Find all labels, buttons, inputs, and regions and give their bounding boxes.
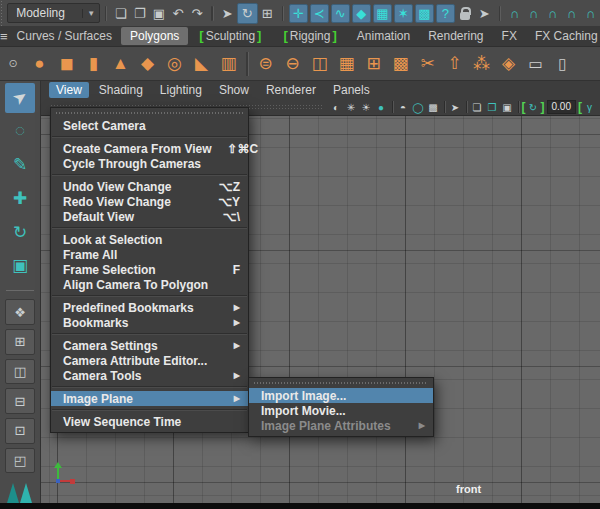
- mask-deformations-icon[interactable]: ▦: [373, 4, 392, 23]
- wireframe-on-shaded-icon[interactable]: ◯: [411, 100, 426, 114]
- snap-to-projected-center-icon[interactable]: ∩: [562, 4, 581, 23]
- highlight-selection-icon[interactable]: ➤: [475, 4, 494, 23]
- lock-selection-icon[interactable]: [456, 4, 475, 23]
- menu-item-select-camera[interactable]: Select Camera: [51, 118, 248, 133]
- mirror-geometry-icon[interactable]: ◫: [306, 50, 333, 77]
- persp-graph-layout-button[interactable]: ⊟: [5, 388, 35, 414]
- menu-item-undo-view-change[interactable]: Undo View Change ⌥Z: [51, 179, 248, 194]
- lighting-icon[interactable]: ☀: [359, 100, 374, 114]
- tab-rendering[interactable]: Rendering: [419, 26, 492, 46]
- menu-item-image-plane[interactable]: Image Plane ▶: [51, 391, 248, 406]
- panel-menu-panels[interactable]: Panels: [326, 82, 377, 98]
- redo-icon[interactable]: ↷: [187, 4, 206, 23]
- panel-menu-renderer[interactable]: Renderer: [259, 82, 323, 98]
- menu-item-view-sequence-time[interactable]: View Sequence Time: [51, 414, 248, 429]
- new-scene-icon[interactable]: ❏: [111, 4, 130, 23]
- panel-menu-lighting[interactable]: Lighting: [153, 82, 209, 98]
- mask-curves-icon[interactable]: ∿: [331, 4, 350, 23]
- menu-tearoff-handle[interactable]: [56, 112, 243, 114]
- textured-icon[interactable]: ✳: [344, 100, 359, 114]
- tab-curves-surfaces[interactable]: Curves / Surfaces: [8, 26, 121, 46]
- menu-tearoff-handle[interactable]: [254, 382, 428, 384]
- tab-polygons[interactable]: Polygons: [121, 27, 188, 45]
- scale-tool-icon[interactable]: ▣: [5, 251, 35, 281]
- smooth-mesh-icon[interactable]: ⊜: [252, 50, 279, 77]
- poly-pyramid-icon[interactable]: ◣: [188, 50, 215, 77]
- panel-menu-show[interactable]: Show: [212, 82, 256, 98]
- extrude-icon[interactable]: ⇧: [441, 50, 468, 77]
- default-material-icon[interactable]: ◓: [396, 100, 411, 114]
- exposure-toggle-icon[interactable]: ↻: [526, 100, 541, 114]
- menu-item-look-at-selection[interactable]: Look at Selection: [51, 232, 248, 247]
- tab-animation[interactable]: Animation: [348, 26, 419, 46]
- select-hierarchy-icon[interactable]: ➤: [218, 4, 237, 23]
- resolution-gate-icon[interactable]: ❐: [485, 100, 500, 114]
- xray-icon[interactable]: ▩: [426, 100, 441, 114]
- menu-item-import-image[interactable]: Import Image...: [249, 388, 433, 403]
- menu-item-bookmarks[interactable]: Bookmarks ▶: [51, 315, 248, 330]
- poly-cube-icon[interactable]: ◼: [53, 50, 80, 77]
- quad-draw-icon[interactable]: ▩: [387, 50, 414, 77]
- poly-sphere-icon[interactable]: ●: [26, 50, 53, 77]
- tab-sculpting[interactable]: [ Sculpting ]: [188, 26, 272, 46]
- open-scene-icon[interactable]: ❐: [130, 4, 149, 23]
- mask-surfaces-icon[interactable]: ◆: [352, 4, 371, 23]
- select-tool-icon[interactable]: ➤: [5, 83, 35, 113]
- crease-sets-icon[interactable]: ▯: [549, 50, 576, 77]
- extra-layout-button[interactable]: ◰: [5, 448, 35, 474]
- bevel-icon[interactable]: ◈: [495, 50, 522, 77]
- menu-item-camera-settings[interactable]: Camera Settings ▶: [51, 338, 248, 353]
- snap-to-grid-icon[interactable]: ∩: [505, 4, 524, 23]
- shadows-icon[interactable]: ●: [374, 100, 389, 114]
- poly-pipe-icon[interactable]: ▥: [215, 50, 242, 77]
- snap-to-point-icon[interactable]: ∩: [543, 4, 562, 23]
- drag-handle[interactable]: [0, 0, 4, 26]
- outliner-persp-layout-button[interactable]: ◫: [5, 359, 35, 385]
- menu-item-predefined-bookmarks[interactable]: Predefined Bookmarks ▶: [51, 300, 248, 315]
- subdiv-proxy-icon[interactable]: ⊖: [279, 50, 306, 77]
- gate-mask-icon[interactable]: ▣: [500, 100, 515, 114]
- mask-rendering-icon[interactable]: ▩: [415, 4, 434, 23]
- poly-torus-icon[interactable]: ◎: [161, 50, 188, 77]
- paint-select-tool-icon[interactable]: ✎: [5, 150, 35, 180]
- menu-item-redo-view-change[interactable]: Redo View Change ⌥Y: [51, 194, 248, 209]
- lasso-select-tool-icon[interactable]: ◌: [5, 117, 35, 147]
- shelf-options-gear-icon[interactable]: ⊙: [0, 57, 26, 70]
- menu-item-import-movie[interactable]: Import Movie...: [249, 403, 433, 418]
- panel-menu-shading[interactable]: Shading: [92, 82, 150, 98]
- isolate-select-icon[interactable]: ➤: [448, 100, 463, 114]
- snap-to-curve-icon[interactable]: ∩: [524, 4, 543, 23]
- save-scene-icon[interactable]: ▣: [149, 4, 168, 23]
- hypershade-persp-layout-button[interactable]: ⊡: [5, 418, 35, 444]
- select-object-icon[interactable]: ↻: [237, 3, 258, 24]
- tab-rigging[interactable]: [ Rigging ]: [272, 26, 347, 46]
- select-component-icon[interactable]: ⊞: [258, 4, 277, 23]
- menu-item-cycle-through-cameras[interactable]: Cycle Through Cameras: [51, 156, 248, 171]
- poly-plane-icon[interactable]: ◆: [134, 50, 161, 77]
- move-tool-icon[interactable]: ✚: [5, 184, 35, 214]
- film-gate-icon[interactable]: ❏: [470, 100, 485, 114]
- boolean-icon[interactable]: ⊞: [360, 50, 387, 77]
- rotate-tool-icon[interactable]: ↻: [5, 217, 35, 247]
- four-pane-layout-button[interactable]: ⊞: [5, 329, 35, 355]
- combine-icon[interactable]: ▦: [333, 50, 360, 77]
- undo-icon[interactable]: ↶: [168, 4, 187, 23]
- tab-fx[interactable]: FX: [493, 26, 526, 46]
- mask-misc-icon[interactable]: ?: [436, 4, 455, 23]
- uv-border-icon[interactable]: ▭: [522, 50, 549, 77]
- multi-cut-icon[interactable]: ✂: [414, 50, 441, 77]
- menu-item-camera-attribute-editor[interactable]: Camera Attribute Editor...: [51, 353, 248, 368]
- exposure-value-field[interactable]: 0.00: [547, 100, 576, 114]
- workspace-selector[interactable]: Modeling ▼: [7, 3, 100, 23]
- snap-to-view-plane-icon[interactable]: ∩: [581, 4, 600, 23]
- menu-item-align-camera-to-polygon[interactable]: Align Camera To Polygon: [51, 277, 248, 292]
- menu-item-frame-all[interactable]: Frame All: [51, 247, 248, 262]
- mask-handles-icon[interactable]: ✛: [289, 4, 308, 23]
- single-pane-layout-button[interactable]: ❖: [5, 299, 35, 325]
- panel-menu-view[interactable]: View: [49, 82, 89, 98]
- shelf-menu-icon[interactable]: ≡: [0, 29, 8, 44]
- menu-item-create-camera-from-view[interactable]: Create Camera From View ⇧⌘C: [51, 141, 248, 156]
- sculpt-objects-icon[interactable]: ⁂: [468, 50, 495, 77]
- poly-cylinder-icon[interactable]: ▮: [80, 50, 107, 77]
- menu-item-default-view[interactable]: Default View ⌥\: [51, 209, 248, 224]
